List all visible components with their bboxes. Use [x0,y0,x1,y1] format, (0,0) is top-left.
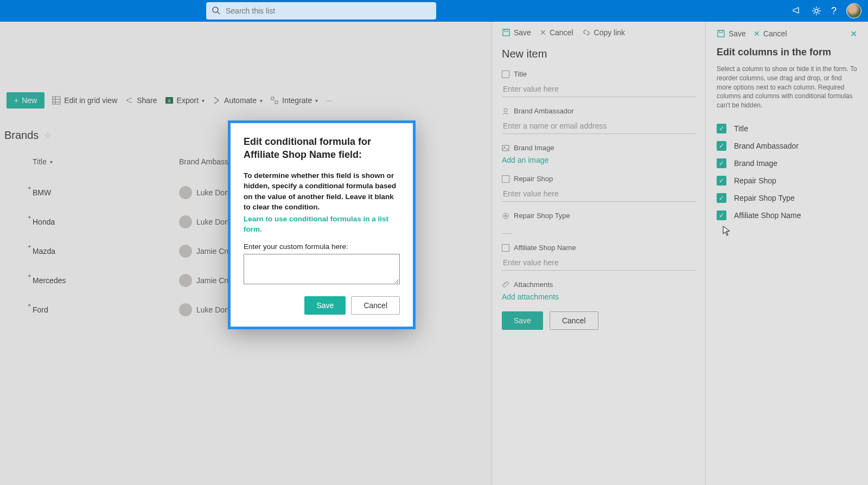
svg-point-2 [815,9,818,12]
gear-icon[interactable] [812,6,821,16]
help-icon[interactable]: ? [831,5,837,17]
modal-save-button[interactable]: Save [304,296,346,315]
search-wrap [206,2,436,20]
conditional-formula-modal: Edit conditional formula for Affiliate S… [228,120,416,329]
svg-line-1 [218,12,220,14]
app-header: ? [0,0,868,22]
search-input[interactable] [206,2,436,20]
modal-help-link[interactable]: Learn to use conditional formulas in a l… [244,214,400,235]
search-icon [212,6,220,15]
modal-buttons: Save Cancel [244,296,400,315]
svg-point-0 [213,7,218,12]
modal-title: Edit conditional formula for Affiliate S… [244,135,400,162]
user-avatar[interactable] [846,3,861,18]
header-icons: ? [792,3,861,18]
modal-cancel-button[interactable]: Cancel [351,296,400,315]
modal-description: To determine whether this field is shown… [244,170,400,213]
formula-textarea[interactable] [244,254,400,284]
modal-body: Edit conditional formula for Affiliate S… [231,123,413,327]
modal-input-label: Enter your custom formula here: [244,242,400,251]
modal-scrim [0,22,868,485]
megaphone-icon[interactable] [792,6,802,16]
